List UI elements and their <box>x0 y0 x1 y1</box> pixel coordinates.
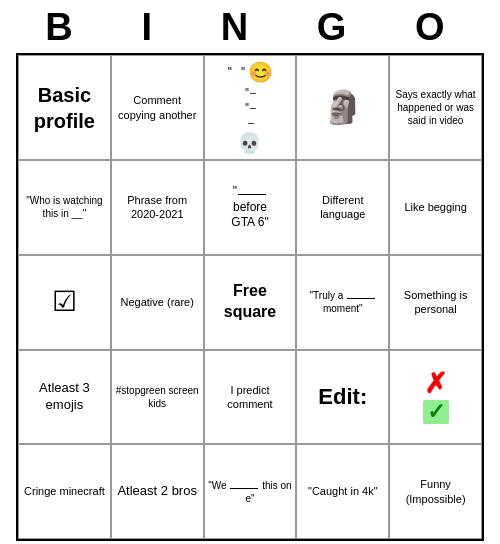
check-mark-icon: ✓ <box>423 400 449 424</box>
cell-r1c2[interactable]: Comment copying another <box>111 55 204 160</box>
title-b: B <box>45 6 82 49</box>
cell-r4c5[interactable]: ✗ ✓ <box>389 350 482 445</box>
bingo-grid: Basicprofile Comment copying another " "… <box>16 53 484 541</box>
cell-r1c5[interactable]: Says exactly what happened or was said i… <box>389 55 482 160</box>
cell-r1c3[interactable]: " " 😊 "—"—— 💀 <box>204 55 297 160</box>
cell-r5c4[interactable]: "Caught in 4k" <box>296 444 389 539</box>
title-g: G <box>317 6 357 49</box>
cell-r5c1[interactable]: Cringe minecraft <box>18 444 111 539</box>
cell-r5c3[interactable]: "We this on e" <box>204 444 297 539</box>
cell-r2c4[interactable]: Different language <box>296 160 389 255</box>
cell-r1c4[interactable]: 🗿 <box>296 55 389 160</box>
title-o: O <box>415 6 455 49</box>
cell-r3c4[interactable]: "Truly a moment" <box>296 255 389 350</box>
cell-r2c2[interactable]: Phrase from 2020-2021 <box>111 160 204 255</box>
cell-r3c2[interactable]: Negative (rare) <box>111 255 204 350</box>
cell-r2c3[interactable]: "beforeGTA 6" <box>204 160 297 255</box>
cell-r4c4[interactable]: Edit: <box>296 350 389 445</box>
cell-r3c1[interactable]: ☑ <box>18 255 111 350</box>
title-i: I <box>141 6 162 49</box>
title-n: N <box>221 6 258 49</box>
cell-r5c5[interactable]: Funny (Impossible) <box>389 444 482 539</box>
cell-r4c1[interactable]: Atleast 3 emojis <box>18 350 111 445</box>
cell-r2c5[interactable]: Like begging <box>389 160 482 255</box>
cell-r4c3[interactable]: I predict comment <box>204 350 297 445</box>
cell-r3c5[interactable]: Something is personal <box>389 255 482 350</box>
cell-r4c2[interactable]: #stopgreen screen kids <box>111 350 204 445</box>
cell-r5c2[interactable]: Atleast 2 bros <box>111 444 204 539</box>
bingo-title: B I N G O <box>16 0 484 53</box>
checkbox-icon: ☑ <box>52 284 77 320</box>
cell-r1c1[interactable]: Basicprofile <box>18 55 111 160</box>
cell-r2c1[interactable]: "Who is watching this in __" <box>18 160 111 255</box>
x-mark-icon: ✗ <box>424 370 447 398</box>
cell-r3c3[interactable]: Freesquare <box>204 255 297 350</box>
